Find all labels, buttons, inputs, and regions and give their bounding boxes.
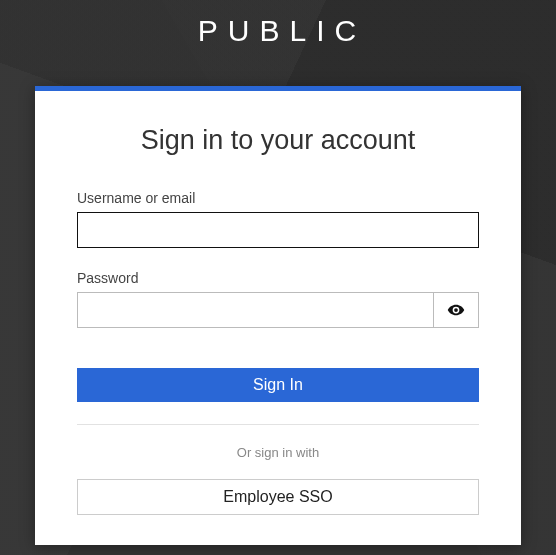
username-input[interactable] — [77, 212, 479, 248]
card-title: Sign in to your account — [77, 125, 479, 156]
alt-signin-divider: Or sign in with Employee SSO — [77, 424, 479, 515]
divider-text: Or sign in with — [237, 445, 319, 460]
brand-title: PUBLIC — [0, 0, 556, 48]
password-label: Password — [77, 270, 479, 286]
sso-button[interactable]: Employee SSO — [77, 479, 479, 515]
eye-icon — [447, 301, 465, 319]
signin-card: Sign in to your account Username or emai… — [35, 86, 521, 545]
signin-button[interactable]: Sign In — [77, 368, 479, 402]
password-input[interactable] — [77, 292, 433, 328]
username-label: Username or email — [77, 190, 479, 206]
toggle-password-button[interactable] — [433, 292, 479, 328]
password-row — [77, 292, 479, 328]
